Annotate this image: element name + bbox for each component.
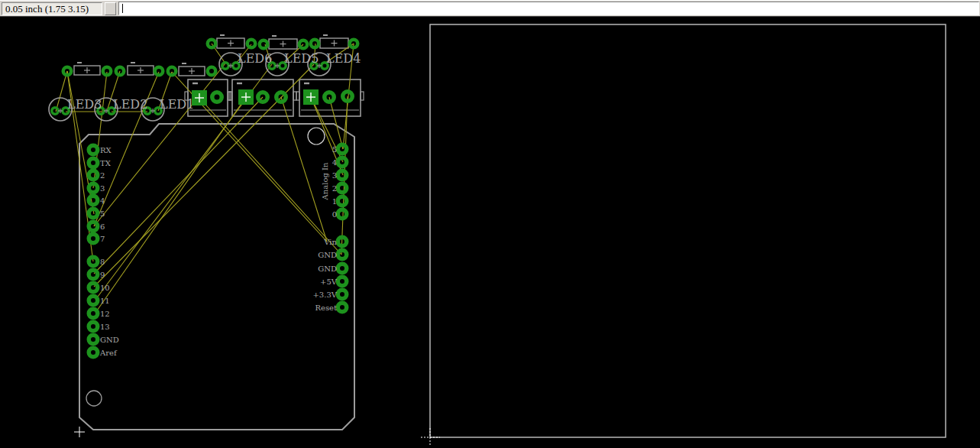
pin-label[interactable]: 4 [332, 158, 337, 167]
pin-label[interactable]: RX [100, 146, 112, 154]
resistor-pad[interactable] [168, 67, 176, 76]
pin-label[interactable]: 3 [332, 171, 337, 180]
pin-label[interactable]: GND [318, 265, 337, 273]
header-pin-pad[interactable] [89, 196, 98, 205]
text-cursor [122, 4, 123, 13]
pin-label[interactable]: TX [100, 159, 112, 167]
header-pin-pad[interactable] [89, 234, 98, 243]
led-label[interactable]: LED2 [113, 97, 147, 112]
command-history-button[interactable] [105, 2, 116, 15]
header-pin-pad[interactable] [338, 277, 347, 286]
pin-label[interactable]: 1 [332, 197, 337, 206]
pin-label[interactable]: 7 [100, 235, 105, 243]
header-pin-pad[interactable] [89, 283, 98, 292]
analog-in-label[interactable]: Analog In [321, 162, 329, 200]
airwire[interactable] [94, 63, 225, 226]
pin-label[interactable]: 2 [332, 184, 337, 193]
header-pin-pad[interactable] [338, 157, 347, 167]
parameter-toolbar: 0.05 inch (1.75 3.15) [0, 0, 980, 17]
pin-label[interactable]: +3.3V [312, 291, 337, 299]
header-pin-pad[interactable] [338, 209, 347, 219]
pin-label[interactable]: 12 [100, 310, 110, 318]
mounting-hole[interactable] [86, 391, 102, 406]
pin-label[interactable]: 0 [332, 210, 337, 219]
pin-label[interactable]: Vin [323, 238, 337, 246]
led-label[interactable]: LED5 [284, 51, 319, 66]
pin-label[interactable]: GND [100, 336, 119, 344]
resistor-pad[interactable] [311, 40, 319, 48]
board-frame-outline[interactable] [430, 24, 946, 437]
pin-label[interactable]: 5 [332, 145, 337, 154]
header-pin-pad[interactable] [89, 270, 98, 279]
header-pin-pad[interactable] [89, 222, 98, 231]
header-pin-pad[interactable] [338, 290, 347, 299]
header-pin-pad[interactable] [89, 158, 98, 167]
terminal-round-pad[interactable] [212, 93, 222, 102]
led-pad[interactable] [222, 63, 229, 70]
header-pin-pad[interactable] [89, 296, 98, 305]
resistor-pad[interactable] [260, 41, 268, 49]
led-label[interactable]: LED6 [238, 51, 272, 66]
pin-label[interactable]: 2 [100, 171, 105, 180]
pin-label[interactable]: 10 [100, 284, 110, 292]
pin-label[interactable]: +5V [320, 278, 338, 286]
board-canvas-svg[interactable]: LED1LED2LED3LED4LED5LED6RXTX234567891011… [0, 17, 980, 448]
led-label[interactable]: LED1 [160, 97, 194, 112]
coordinate-display: 0.05 inch (1.75 3.15) [2, 2, 102, 15]
header-pin-pad[interactable] [89, 145, 98, 154]
header-pin-pad[interactable] [338, 303, 347, 312]
led-label[interactable]: LED4 [326, 51, 361, 66]
header-pin-pad[interactable] [89, 309, 98, 318]
pin-label[interactable]: 5 [100, 209, 105, 218]
resistor-pad[interactable] [247, 40, 256, 48]
airwire[interactable] [95, 97, 246, 313]
pin-label[interactable]: Reset [315, 304, 337, 312]
header-pin-pad[interactable] [338, 144, 347, 154]
header-pin-pad[interactable] [338, 250, 347, 259]
pin-label[interactable]: 3 [100, 184, 105, 193]
pin-label[interactable]: 4 [100, 196, 105, 205]
header-pin-pad[interactable] [89, 348, 98, 357]
header-pin-pad[interactable] [89, 209, 98, 218]
resistor-pad[interactable] [103, 67, 112, 76]
pin-label[interactable]: 8 [100, 258, 105, 266]
led-label[interactable]: LED3 [67, 97, 102, 112]
header-pin-pad[interactable] [338, 183, 347, 193]
board-drawing-area[interactable]: LED1LED2LED3LED4LED5LED6RXTX234567891011… [0, 17, 980, 448]
command-line-input[interactable] [118, 2, 979, 15]
header-pin-pad[interactable] [89, 170, 98, 180]
pin-label[interactable]: 11 [100, 297, 110, 305]
via-hole[interactable] [308, 128, 325, 144]
led-pad[interactable] [52, 108, 59, 115]
pin-label[interactable]: GND [318, 251, 337, 259]
header-pin-pad[interactable] [89, 335, 98, 344]
resistor-pad[interactable] [155, 67, 163, 76]
pin-label[interactable]: 6 [100, 222, 105, 231]
header-pin-pad[interactable] [338, 170, 347, 180]
airwire[interactable] [56, 71, 67, 112]
pin-label[interactable]: Aref [99, 349, 118, 357]
pin-label[interactable]: 13 [100, 323, 110, 331]
header-pin-pad[interactable] [338, 264, 347, 273]
resistor-pad[interactable] [208, 67, 216, 76]
header-pin-pad[interactable] [89, 322, 98, 331]
eagle-board-editor-window: 0.05 inch (1.75 3.15) LED1LED2LED3LED4LE… [0, 0, 980, 448]
pin-label[interactable]: 9 [100, 271, 105, 279]
header-pin-pad[interactable] [338, 196, 347, 206]
